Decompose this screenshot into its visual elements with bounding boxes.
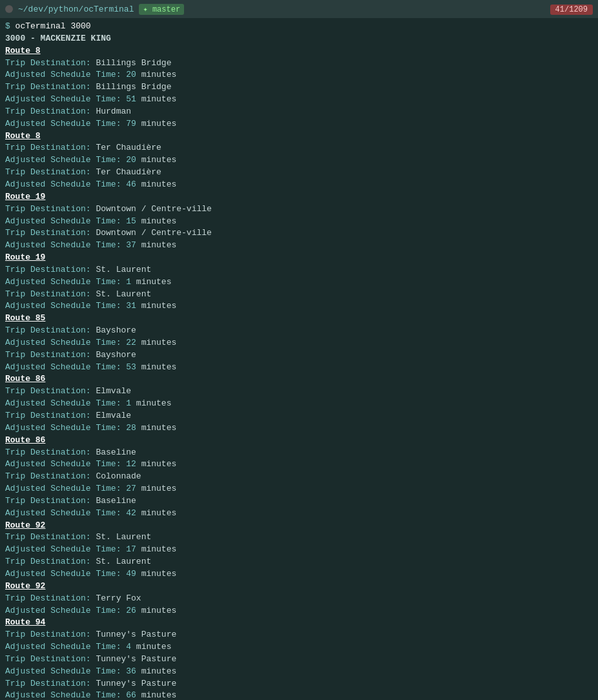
trip-destination-line: Trip Destination: Ter Chaudière <box>5 142 593 154</box>
trip-time-line: Adjusted Schedule Time: 42 minutes <box>5 508 593 520</box>
routes-container: Route 8Trip Destination: Billings Bridge… <box>5 45 593 700</box>
title-branch: ✦ master <box>139 4 184 15</box>
trip-destination-line: Trip Destination: Billings Bridge <box>5 81 593 94</box>
trip-destination-line: Trip Destination: St. Laurent <box>5 264 593 276</box>
prompt-line: $ ocTerminal 3000 <box>5 21 593 33</box>
trip-destination-line: Trip Destination: St. Laurent <box>5 289 593 301</box>
route-label: Route 8 <box>5 130 593 143</box>
station-line: 3000 - MACKENZIE KING <box>5 33 593 45</box>
route-label: Route 85 <box>5 313 593 325</box>
trip-destination-line: Trip Destination: Downtown / Centre-vill… <box>5 227 593 240</box>
trip-time-line: Adjusted Schedule Time: 37 minutes <box>5 240 593 252</box>
trip-destination-line: Trip Destination: Ter Chaudière <box>5 167 593 179</box>
route-label: Route 19 <box>5 191 593 203</box>
route-label: Route 92 <box>5 520 593 532</box>
window-dot <box>5 5 13 13</box>
title-counter: 41/1209 <box>550 5 593 15</box>
trip-destination-line: Trip Destination: Bayshore <box>5 349 593 362</box>
trip-time-line: Adjusted Schedule Time: 15 minutes <box>5 216 593 228</box>
trip-time-line: Adjusted Schedule Time: 22 minutes <box>5 337 593 349</box>
trip-destination-line: Trip Destination: Baseline <box>5 495 593 508</box>
route-label: Route 86 <box>5 373 593 386</box>
trip-destination-line: Trip Destination: Tunney's Pasture <box>5 678 593 690</box>
trip-time-line: Adjusted Schedule Time: 20 minutes <box>5 154 593 167</box>
trip-destination-line: Trip Destination: Colonnade <box>5 471 593 483</box>
trip-destination-line: Trip Destination: Elmvale <box>5 386 593 398</box>
trip-destination-line: Trip Destination: Tunney's Pasture <box>5 629 593 641</box>
trip-destination-line: Trip Destination: Billings Bridge <box>5 57 593 70</box>
trip-destination-line: Trip Destination: Downtown / Centre-vill… <box>5 203 593 216</box>
trip-time-line: Adjusted Schedule Time: 4 minutes <box>5 641 593 654</box>
trip-time-line: Adjusted Schedule Time: 36 minutes <box>5 666 593 678</box>
trip-time-line: Adjusted Schedule Time: 27 minutes <box>5 483 593 495</box>
trip-destination-line: Trip Destination: Terry Fox <box>5 593 593 605</box>
trip-time-line: Adjusted Schedule Time: 26 minutes <box>5 605 593 617</box>
title-bar: ~/dev/python/ocTerminal ✦ master 41/1209 <box>0 0 598 18</box>
trip-destination-line: Trip Destination: Hurdman <box>5 106 593 118</box>
trip-time-line: Adjusted Schedule Time: 66 minutes <box>5 690 593 700</box>
trip-destination-line: Trip Destination: Baseline <box>5 447 593 459</box>
trip-time-line: Adjusted Schedule Time: 31 minutes <box>5 300 593 313</box>
terminal-window: ~/dev/python/ocTerminal ✦ master 41/1209… <box>0 0 598 700</box>
trip-time-line: Adjusted Schedule Time: 12 minutes <box>5 458 593 471</box>
trip-time-line: Adjusted Schedule Time: 51 minutes <box>5 94 593 106</box>
trip-time-line: Adjusted Schedule Time: 53 minutes <box>5 362 593 374</box>
trip-destination-line: Trip Destination: St. Laurent <box>5 531 593 544</box>
title-right: 41/1209 <box>550 5 593 14</box>
route-label: Route 19 <box>5 252 593 264</box>
route-label: Route 86 <box>5 435 593 447</box>
route-label: Route 8 <box>5 45 593 57</box>
trip-destination-line: Trip Destination: Tunney's Pasture <box>5 654 593 666</box>
trip-time-line: Adjusted Schedule Time: 1 minutes <box>5 276 593 289</box>
trip-time-line: Adjusted Schedule Time: 17 minutes <box>5 544 593 556</box>
trip-destination-line: Trip Destination: Bayshore <box>5 325 593 337</box>
title-path: ~/dev/python/ocTerminal <box>18 5 134 14</box>
trip-time-line: Adjusted Schedule Time: 46 minutes <box>5 179 593 191</box>
title-left: ~/dev/python/ocTerminal ✦ master <box>5 4 184 15</box>
trip-time-line: Adjusted Schedule Time: 28 minutes <box>5 422 593 435</box>
route-label: Route 92 <box>5 581 593 593</box>
trip-destination-line: Trip Destination: St. Laurent <box>5 556 593 568</box>
terminal-content: $ ocTerminal 3000 3000 - MACKENZIE KING … <box>0 18 598 700</box>
trip-time-line: Adjusted Schedule Time: 49 minutes <box>5 568 593 581</box>
trip-time-line: Adjusted Schedule Time: 1 minutes <box>5 398 593 410</box>
trip-time-line: Adjusted Schedule Time: 20 minutes <box>5 69 593 81</box>
trip-destination-line: Trip Destination: Elmvale <box>5 410 593 422</box>
route-label: Route 94 <box>5 617 593 629</box>
trip-time-line: Adjusted Schedule Time: 79 minutes <box>5 118 593 130</box>
